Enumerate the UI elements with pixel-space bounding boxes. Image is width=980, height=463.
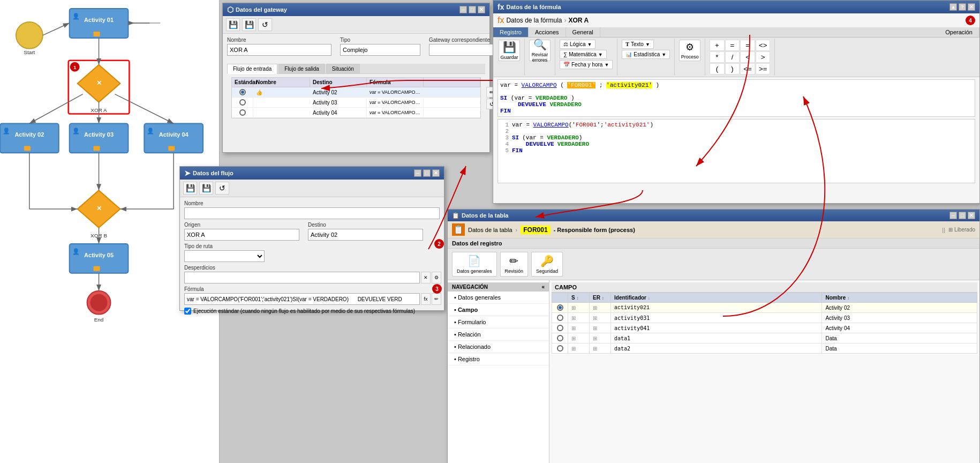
maximize-button[interactable]: □ (469, 6, 476, 13)
op-gte[interactable]: >= (756, 63, 771, 74)
tipo-input[interactable] (340, 44, 420, 56)
proceso-button[interactable]: ⚙ Proceso (679, 40, 700, 61)
table-close-button[interactable]: ✕ (968, 212, 975, 219)
campo-row-1[interactable]: ⊞ ⊞ activity021 Activity 02 (552, 303, 977, 313)
datos-generales-button[interactable]: 📄 Datos generales (452, 252, 497, 277)
table-row[interactable]: Activity 03 var = VALORCAMPO('FOR001';'a… (232, 98, 480, 108)
formula-code-area[interactable]: 1 var = VALORCAMPO('FOR001';'activity021… (497, 119, 975, 183)
col-s[interactable]: S ↕ (568, 293, 590, 303)
revision-button[interactable]: ✏ Revisión (500, 252, 529, 277)
svg-text:Activity 03: Activity 03 (84, 131, 114, 138)
refresh-button[interactable]: ↺ (258, 18, 272, 31)
tab-registro[interactable]: Registro (493, 27, 529, 37)
tab-general[interactable]: General (566, 27, 600, 37)
nav-item-relacionado[interactable]: Relacionado (448, 341, 549, 353)
table-row[interactable]: 👍 Activity 02 var = VALORCAMPO('FOR001';… (232, 87, 480, 98)
op-plus[interactable]: + (710, 40, 725, 51)
texto-label: Texto (631, 41, 644, 47)
nav-item-relacion[interactable]: Relación (448, 328, 549, 341)
row5-radio[interactable] (552, 343, 568, 354)
formula-minimize-button[interactable]: ▲ (949, 3, 957, 11)
nav-item-registro[interactable]: Registro (448, 353, 549, 365)
ejecucion-checkbox[interactable] (184, 308, 191, 315)
op-lte[interactable]: <= (740, 63, 755, 74)
datos-registro-tab[interactable]: Datos del registro (448, 238, 979, 249)
op-eq[interactable]: = (725, 40, 740, 51)
editor-valorcampo[interactable]: VALORCAMPO (522, 82, 557, 88)
seguridad-button[interactable]: 🔑 Seguridad (531, 252, 563, 277)
flow-tipo-ruta-label: Tipo de ruta (184, 243, 440, 249)
nav-item-formulario[interactable]: Formulario (448, 316, 549, 328)
flow-maximize-button[interactable]: □ (423, 169, 431, 177)
flow-save-alt-button[interactable]: 💾 (199, 182, 213, 195)
formula-save-button[interactable]: 💾 Guardar (499, 40, 520, 61)
tab-flujo-entrada[interactable]: Flujo de entrada (227, 64, 277, 74)
col-identificador-header[interactable]: Identificador ↓ (611, 293, 822, 303)
save-alt-button[interactable]: 💾 (242, 18, 256, 31)
flow-close-button[interactable]: ✕ (432, 169, 440, 177)
logica-button[interactable]: ⚖ Lógica ▼ (560, 40, 595, 49)
flow-nombre-input[interactable] (184, 207, 440, 219)
formula-fx-btn[interactable]: fx (421, 293, 431, 305)
revisar-errores-button[interactable]: 🔍 Revisar errores (529, 40, 551, 61)
op-multiply[interactable]: * (710, 51, 725, 63)
formula-help-button[interactable]: ? (959, 3, 966, 11)
flow-destino-input[interactable] (308, 229, 423, 241)
table-row[interactable]: Activity 04 var = VALORCAMPO('FOR001';'a… (232, 108, 480, 118)
minimize-button[interactable]: ─ (459, 6, 467, 13)
ejecucion-checkbox-label[interactable]: Ejecución estándar (cuando ningún flujo … (184, 308, 415, 315)
table-header: Estándar Nombre Destino Fórmula (232, 78, 480, 87)
nav-collapse-icon[interactable]: « (541, 284, 545, 290)
nav-item-datos-generales[interactable]: Datos generales (448, 292, 549, 304)
flow-origen-input[interactable] (184, 229, 299, 241)
formula-editor[interactable]: var = VALORCAMPO ( 'FOR001' ; 'activity0… (497, 79, 975, 117)
row3-radio[interactable] (552, 323, 568, 333)
op-open-paren[interactable]: ( (710, 63, 725, 74)
col-nombre-header[interactable]: Nombre ↕ (822, 293, 977, 303)
ejecucion-label: Ejecución estándar (cuando ningún flujo … (193, 308, 415, 314)
flow-save-button[interactable]: 💾 (183, 182, 197, 195)
tab-operacion[interactable]: Operación (939, 27, 979, 37)
op-eq2[interactable]: = (740, 40, 755, 51)
desperdicios-clear-btn[interactable]: ✕ (421, 272, 431, 283)
col-er[interactable]: ER ↕ (590, 293, 611, 303)
flow-desperdicios-input[interactable] (184, 272, 420, 283)
flow-formula-input[interactable] (184, 293, 420, 305)
tab-situacion[interactable]: Situación (326, 64, 360, 73)
op-divide[interactable]: / (725, 51, 740, 63)
op-close-paren[interactable]: ) (725, 63, 740, 74)
radio-1[interactable] (232, 87, 253, 97)
nombre-input[interactable] (227, 44, 331, 56)
campo-row-5[interactable]: ⊞ ⊞ data2 Data (552, 343, 977, 354)
row1-radio[interactable] (552, 303, 568, 313)
row2-radio[interactable] (552, 313, 568, 323)
campo-row-4[interactable]: ⊞ ⊞ data1 Data (552, 333, 977, 343)
tab-flujo-salida[interactable]: Flujo de salida (278, 64, 325, 73)
flow-refresh-button[interactable]: ↺ (215, 182, 229, 195)
close-button[interactable]: ✕ (478, 6, 485, 13)
op-neq[interactable]: <> (756, 40, 771, 51)
formula-edit-btn[interactable]: ✏ (432, 293, 441, 305)
campo-row-3[interactable]: ⊞ ⊞ activity041 Activity 04 (552, 323, 977, 333)
row1-icon: 👍 (253, 88, 310, 97)
row4-radio[interactable] (552, 333, 568, 343)
texto-button[interactable]: T Texto ▼ (622, 40, 654, 49)
table-maximize-button[interactable]: □ (959, 212, 966, 219)
matematica-button[interactable]: ∑ Matemática ▼ (560, 50, 607, 59)
radio-3[interactable] (232, 108, 253, 117)
campo-row-2[interactable]: ⊞ ⊞ activity031 Activity 03 (552, 313, 977, 323)
table-minimize-button[interactable]: ─ (949, 212, 957, 219)
estadistica-button[interactable]: 📊 Estadística ▼ (622, 50, 670, 59)
editor-devuelve-verdadero: VERDADERO (549, 101, 581, 108)
desperdicios-browse-btn[interactable]: ⚙ (432, 272, 441, 283)
flow-tipo-ruta-select[interactable] (184, 250, 265, 262)
fecha-hora-button[interactable]: 📅 Fecha y hora ▼ (560, 60, 613, 69)
nav-item-campo[interactable]: Campo (448, 304, 549, 316)
op-gt[interactable]: > (756, 51, 771, 63)
radio-2[interactable] (232, 98, 253, 107)
flow-minimize-button[interactable]: ─ (414, 169, 421, 177)
formula-close-button[interactable]: ✕ (968, 3, 975, 11)
save-button[interactable]: 💾 (226, 18, 240, 31)
tab-acciones[interactable]: Acciones (529, 27, 566, 37)
op-lt[interactable]: < (740, 51, 755, 63)
